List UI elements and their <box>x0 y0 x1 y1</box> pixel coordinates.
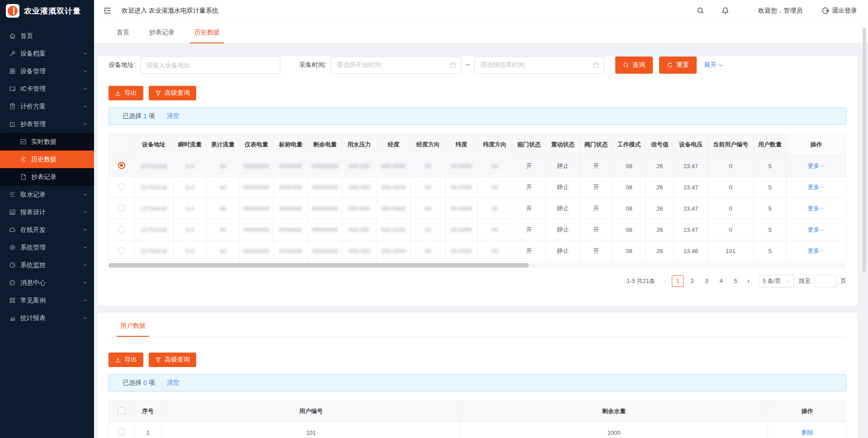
end-time-input[interactable]: 请选择结束时间 <box>474 57 604 74</box>
cell-vibration-status: 静止 <box>546 219 580 240</box>
page-size-select[interactable]: 5 条/页 <box>758 275 794 287</box>
sidebar-menu: 首页 设备档案 设备管理 IC卡管理 计价方案 <box>0 22 94 327</box>
clear-selection-link[interactable]: 清空 <box>167 112 179 120</box>
cell-vibration-status: 静止 <box>546 177 580 198</box>
brand-title: 农业灌溉双计量 <box>24 6 81 16</box>
sidebar-item-device-archive[interactable]: 设备档案 <box>0 45 94 62</box>
cell-longitude: 000.0000 <box>376 177 410 198</box>
sidebar-item-reading-records[interactable]: 抄表记录 <box>0 168 94 186</box>
next-page-button[interactable] <box>743 275 754 287</box>
clear-selection-link[interactable]: 清空 <box>167 379 179 387</box>
query-button[interactable]: 查询 <box>615 57 653 74</box>
action-cell: 更多 <box>786 177 846 198</box>
user-export-button[interactable]: 导出 <box>108 353 143 367</box>
user-table-header-row: 序号 用户编号 剩余水量 操作 <box>109 401 847 422</box>
page-number-5[interactable]: 5 <box>730 275 741 287</box>
sidebar-item-common-cases[interactable]: 常见案例 <box>0 292 94 309</box>
sidebar-item-ic-card[interactable]: IC卡管理 <box>0 80 94 98</box>
cell-work-mode: 08 <box>613 177 646 198</box>
more-link[interactable]: 更多 <box>807 204 825 212</box>
report-chart-icon <box>9 209 16 216</box>
sidebar-item-message-center[interactable]: 消息中心 <box>0 274 94 292</box>
column-header: 震动状态 <box>546 134 580 155</box>
column-header <box>109 134 134 155</box>
grid-icon <box>9 68 16 75</box>
export-button[interactable]: 导出 <box>108 86 143 100</box>
page-number-4[interactable]: 4 <box>715 275 727 287</box>
sidebar-item-history-data[interactable]: 历史数据 <box>0 151 94 168</box>
radio-button[interactable] <box>118 247 125 254</box>
cell-valve-status: 开 <box>580 177 613 198</box>
sidebar: 农业灌溉双计量 首页 设备档案 设备管理 IC卡管理 <box>0 0 94 438</box>
cell-current-user: 0 <box>708 155 753 177</box>
reset-button[interactable]: 重置 <box>659 57 697 74</box>
sidebar-item-meter-reading[interactable]: 抄表管理 <box>0 115 94 133</box>
cell-remaining-energy: 00000000 <box>308 155 342 177</box>
more-link[interactable]: 更多 <box>807 247 825 255</box>
radio-button[interactable] <box>118 183 125 190</box>
radio-button[interactable] <box>118 204 125 212</box>
range-separator: ~ <box>466 61 470 69</box>
advanced-query-button[interactable]: 高级查询 <box>149 86 196 100</box>
tab-reading-records[interactable]: 抄表记录 <box>143 22 181 43</box>
more-label: 更多 <box>807 226 819 234</box>
records-list-icon <box>9 191 16 198</box>
sidebar-item-pricing-plan[interactable]: 计价方案 <box>0 98 94 115</box>
cell-instant-flow: 0.0 <box>174 177 207 198</box>
radio-cell <box>109 219 134 240</box>
more-link[interactable]: 更多 <box>807 162 825 170</box>
sidebar-item-system-monitor[interactable]: 系统监控 <box>0 256 94 274</box>
advanced-query-button-label: 高级查询 <box>165 89 190 97</box>
row-checkbox[interactable] <box>118 429 125 435</box>
tab-home[interactable]: 首页 <box>110 22 136 43</box>
sidebar-item-realtime-data[interactable]: 实时数据 <box>0 133 94 151</box>
content: 设备地址: 采集时间: 请选择开始时间 ~ 请选择结束时间 查询 <box>94 43 868 438</box>
radio-button[interactable] <box>118 162 125 169</box>
sidebar-item-label: 历史数据 <box>31 155 57 164</box>
table-row: 21701418 0.0 40 00000000 0000400 0000000… <box>109 219 846 240</box>
sidebar-item-water-intake-records[interactable]: 取水记录 <box>0 186 94 203</box>
sidebar-item-device-management[interactable]: 设备管理 <box>0 62 94 80</box>
sidebar-item-online-dev[interactable]: 在线开发 <box>0 221 94 239</box>
horizontal-scrollbar-thumb[interactable] <box>108 263 529 268</box>
cell-voltage: 23.47 <box>674 219 708 240</box>
chevron-up-icon <box>83 122 88 127</box>
delete-link[interactable]: 删除 <box>802 429 813 436</box>
query-button-label: 查询 <box>632 61 645 69</box>
sidebar-item-report-design[interactable]: 报表设计 <box>0 203 94 221</box>
menu-fold-icon[interactable] <box>103 6 112 15</box>
more-link[interactable]: 更多 <box>807 226 825 234</box>
cases-icon <box>9 297 16 304</box>
tab-user-data[interactable]: 用户数据 <box>117 322 149 337</box>
sidebar-item-home[interactable]: 首页 <box>0 27 94 45</box>
page-number-3[interactable]: 3 <box>701 275 712 287</box>
history-data-panel: 设备地址: 采集时间: 请选择开始时间 ~ 请选择结束时间 查询 <box>98 56 857 306</box>
pagination: 1-5 共21条 1 2 3 4 5 5 条/页 跳至 页 <box>108 275 846 287</box>
sidebar-item-statistics-report[interactable]: 统计报表 <box>0 309 94 327</box>
logout-button[interactable]: 退出登录 <box>821 7 857 15</box>
user-advanced-query-button[interactable]: 高级查询 <box>149 353 196 367</box>
cell-water-pressure: 000.000 <box>342 240 377 262</box>
jump-page-input[interactable] <box>814 275 837 287</box>
device-address-input[interactable] <box>140 57 280 74</box>
vertical-scrollbar-thumb[interactable] <box>863 28 866 272</box>
bell-icon[interactable] <box>722 7 729 14</box>
end-time-placeholder: 请选择结束时间 <box>480 61 593 69</box>
tab-history-data[interactable]: 历史数据 <box>188 22 226 43</box>
cell-device-address: 21701418 <box>134 240 174 262</box>
more-link[interactable]: 更多 <box>807 183 825 191</box>
radio-button[interactable] <box>118 226 125 233</box>
page-number-2[interactable]: 2 <box>686 275 698 287</box>
checkbox-cell <box>109 422 134 438</box>
action-cell: 更多 <box>786 198 846 219</box>
page-number-1[interactable]: 1 <box>672 275 684 287</box>
search-icon[interactable] <box>697 7 704 14</box>
document-icon <box>20 174 27 180</box>
cell-latitude-dir: 00 <box>477 177 512 198</box>
select-all-checkbox[interactable] <box>118 407 125 414</box>
expand-link[interactable]: 展开 <box>704 61 723 69</box>
start-time-input[interactable]: 请选择开始时间 <box>331 57 461 74</box>
prev-page-button[interactable] <box>660 275 670 287</box>
sidebar-item-system-management[interactable]: 系统管理 <box>0 239 94 256</box>
cell-nominal-energy: 0000400 <box>274 240 308 262</box>
